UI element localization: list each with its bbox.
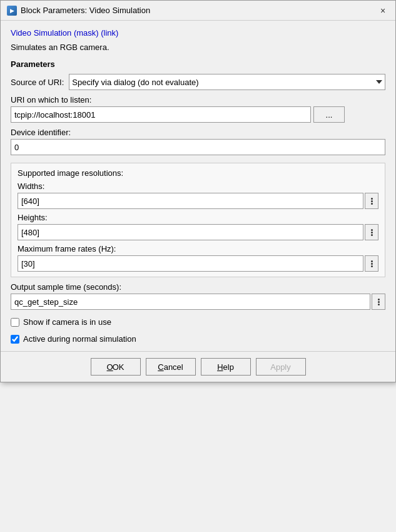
widths-label: Widths: [18, 182, 378, 191]
dot10 [378, 299, 380, 300]
help-underline: Help [217, 362, 234, 372]
dot8 [371, 263, 373, 265]
browse-button[interactable]: ... [313, 106, 345, 123]
ok-underline: OOK [107, 362, 124, 372]
frame-rates-dots-button[interactable] [365, 255, 378, 272]
widths-input-row [18, 193, 378, 209]
description-text: Simulates an RGB camera. [11, 43, 385, 52]
frame-rates-field-group: Maximum frame rates (Hz): [18, 244, 378, 272]
uri-label: URI on which to listen: [11, 95, 385, 105]
source-label: Source of URI: [11, 78, 64, 87]
show-camera-checkbox[interactable] [11, 318, 19, 327]
dialog-icon: ▶ [7, 6, 17, 16]
dialog-footer: OOK Cancel Help Apply [1, 351, 395, 382]
dot1 [371, 198, 373, 200]
dot7 [371, 260, 373, 262]
sample-time-input-row [11, 294, 385, 310]
show-camera-label[interactable]: Show if camera is in use [23, 317, 111, 327]
device-field-group: Device identifier: [11, 128, 385, 155]
title-bar: ▶ Block Parameters: Video Simulation × [1, 1, 395, 21]
help-button[interactable]: Help [201, 358, 251, 376]
sample-time-label: Output sample time (seconds): [11, 282, 385, 292]
frame-rates-input[interactable] [18, 255, 363, 272]
dot4 [371, 229, 373, 231]
dot5 [371, 232, 373, 233]
widths-input[interactable] [18, 193, 363, 209]
cancel-button[interactable]: Cancel [146, 358, 196, 376]
active-label[interactable]: Active during normal simulation [23, 334, 136, 344]
dot2 [371, 200, 373, 202]
dot9 [371, 265, 373, 267]
mask-link-title[interactable]: Video Simulation (mask) (link) [11, 28, 385, 38]
supported-title: Supported image resolutions: [18, 168, 378, 178]
sample-time-field-group: Output sample time (seconds): [11, 282, 385, 310]
uri-input-row: ... [11, 106, 385, 123]
heights-input[interactable] [18, 224, 363, 240]
apply-button[interactable]: Apply [256, 358, 306, 376]
dot11 [378, 301, 380, 303]
cancel-underline: Cancel [158, 362, 183, 372]
heights-input-row [18, 224, 378, 240]
dot6 [371, 234, 373, 236]
sample-time-dots-button[interactable] [372, 294, 385, 310]
heights-field-group: Heights: [18, 213, 378, 240]
title-bar-left: ▶ Block Parameters: Video Simulation [7, 6, 150, 16]
dot12 [378, 304, 380, 305]
active-row: Active during normal simulation [11, 334, 385, 344]
dialog-container: ▶ Block Parameters: Video Simulation × V… [0, 0, 396, 382]
source-uri-row: Source of URI: Specify via dialog (do no… [11, 74, 385, 90]
widths-field-group: Widths: [18, 182, 378, 209]
ok-button[interactable]: OOK [91, 358, 141, 376]
source-select[interactable]: Specify via dialog (do not evaluate) [69, 74, 385, 90]
sample-time-input[interactable] [11, 294, 370, 310]
dot3 [371, 203, 373, 205]
supported-box: Supported image resolutions: Widths: Hei… [11, 163, 385, 277]
device-input[interactable] [11, 139, 385, 155]
device-label: Device identifier: [11, 128, 385, 137]
active-checkbox[interactable] [11, 335, 19, 344]
show-camera-row: Show if camera is in use [11, 317, 385, 327]
frame-rates-label: Maximum frame rates (Hz): [18, 244, 378, 253]
widths-dots-button[interactable] [365, 193, 378, 209]
frame-rates-input-row [18, 255, 378, 272]
heights-label: Heights: [18, 213, 378, 222]
close-button[interactable]: × [377, 4, 389, 17]
dialog-content: Video Simulation (mask) (link) Simulates… [1, 21, 395, 351]
dialog-title: Block Parameters: Video Simulation [21, 6, 150, 15]
parameters-section-label: Parameters [11, 59, 385, 69]
uri-field-group: URI on which to listen: ... [11, 95, 385, 123]
heights-dots-button[interactable] [365, 224, 378, 240]
uri-input[interactable] [11, 106, 311, 123]
